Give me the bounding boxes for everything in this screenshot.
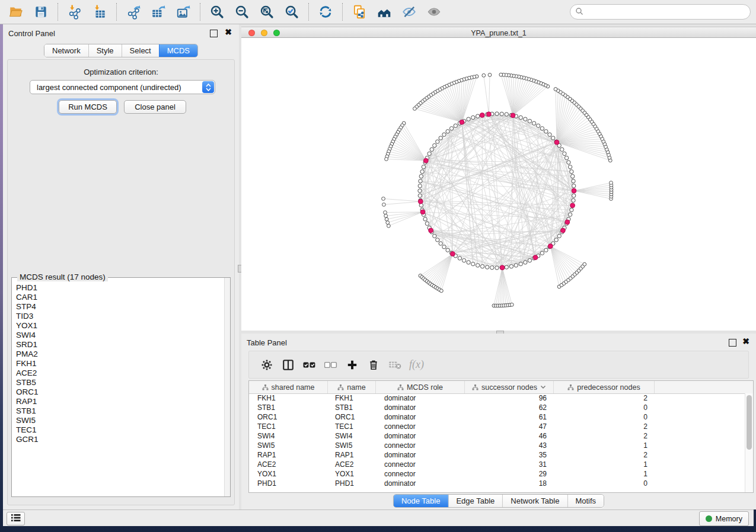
import-network-icon[interactable] xyxy=(64,2,85,21)
cell-mcds_role: dominator xyxy=(376,394,465,402)
zoom-in-icon[interactable] xyxy=(206,2,228,21)
table-scrollbar[interactable] xyxy=(745,393,753,492)
tab-motifs[interactable]: Motifs xyxy=(567,495,604,507)
table-panel-float-icon[interactable] xyxy=(729,339,736,347)
refresh-view-icon[interactable] xyxy=(315,2,336,21)
tab-network[interactable]: Network xyxy=(44,44,88,57)
split-columns-icon[interactable] xyxy=(277,354,299,376)
cell-shared_name: PHD1 xyxy=(249,479,328,488)
control-panel-float-icon[interactable] xyxy=(210,30,218,37)
list-item[interactable]: ORC1 xyxy=(16,387,225,397)
column-header-name[interactable]: name xyxy=(328,381,376,393)
control-panel: Control Panel ✖ NetworkStyleSelectMCDS O… xyxy=(3,24,239,509)
network-graph[interactable] xyxy=(241,38,756,331)
search-input[interactable] xyxy=(570,4,751,20)
cell-shared_name: ORC1 xyxy=(249,413,328,421)
export-table-icon[interactable] xyxy=(148,2,169,21)
tab-network-table[interactable]: Network Table xyxy=(502,495,567,507)
mcds-panel: Optimization criterion: largest connecte… xyxy=(7,59,235,505)
cell-shared_name: YOX1 xyxy=(249,470,328,478)
cell-shared_name: RAP1 xyxy=(249,451,328,459)
list-item[interactable]: STB1 xyxy=(16,406,225,416)
first-neighbors-icon[interactable] xyxy=(374,2,395,21)
cell-successor_nodes: 62 xyxy=(465,403,554,412)
list-item[interactable]: YOX1 xyxy=(16,321,225,331)
list-item[interactable]: TEC1 xyxy=(16,425,225,435)
table-row[interactable]: TEC1TEC1connector472 xyxy=(249,422,745,431)
optimization-criterion-select[interactable]: largest connected component (undirected) xyxy=(30,80,215,94)
cell-name: SWI4 xyxy=(328,432,376,440)
table-scrollbar-thumb[interactable] xyxy=(747,395,752,450)
list-item[interactable]: STP4 xyxy=(16,302,225,312)
table-panel-close-icon[interactable]: ✖ xyxy=(742,336,749,346)
duplicate-network-icon[interactable] xyxy=(349,2,370,21)
column-header-predecessor-nodes[interactable]: predecessor nodes xyxy=(554,381,655,393)
export-image-icon[interactable] xyxy=(173,2,194,21)
control-panel-close-icon[interactable]: ✖ xyxy=(225,27,232,37)
table-mode-gear-icon[interactable] xyxy=(256,354,277,376)
network-window-titlebar[interactable]: YPA_prune.txt_1 xyxy=(241,27,756,38)
cell-shared_name: SWI5 xyxy=(249,441,328,450)
import-table-icon[interactable] xyxy=(89,2,110,21)
mcds-list-scrollbar[interactable] xyxy=(224,278,230,496)
table-row[interactable]: RAP1RAP1dominator352 xyxy=(249,450,745,460)
column-header-shared-name[interactable]: shared name xyxy=(249,381,328,393)
table-row[interactable]: STB1STB1dominator620 xyxy=(249,403,745,412)
show-all-columns-icon[interactable] xyxy=(299,354,320,376)
create-column-icon[interactable] xyxy=(342,354,363,376)
memory-button[interactable]: Memory xyxy=(699,511,749,526)
control-panel-tabs: NetworkStyleSelectMCDS xyxy=(44,44,198,57)
table-row[interactable]: ACE2ACE2connector311 xyxy=(249,460,745,469)
table-row[interactable]: FKH1FKH1dominator962 xyxy=(249,393,745,403)
hide-all-columns-icon[interactable] xyxy=(320,354,342,376)
network-canvas[interactable] xyxy=(241,38,756,331)
run-mcds-button[interactable]: Run MCDS xyxy=(59,100,117,114)
cell-name: ORC1 xyxy=(328,413,376,421)
mcds-result-list: PHD1CAR1STP4TID3YOX1SWI4SRD1PMA2FKH1ACE2… xyxy=(12,280,225,496)
open-file-icon[interactable] xyxy=(5,2,27,21)
list-item[interactable]: PMA2 xyxy=(16,350,225,359)
tab-style[interactable]: Style xyxy=(88,44,122,57)
list-item[interactable]: TID3 xyxy=(16,312,225,321)
zoom-out-icon[interactable] xyxy=(231,2,253,21)
tab-edge-table[interactable]: Edge Table xyxy=(448,495,502,507)
list-item[interactable]: RAP1 xyxy=(16,397,225,406)
zoom-selected-icon[interactable] xyxy=(281,2,302,21)
tab-mcds[interactable]: MCDS xyxy=(159,44,197,57)
close-panel-button[interactable]: Close panel xyxy=(124,100,186,114)
cell-predecessor_nodes: 0 xyxy=(554,479,655,488)
list-item[interactable]: CAR1 xyxy=(16,293,225,302)
list-item[interactable]: SWI4 xyxy=(16,331,225,340)
table-row[interactable]: ORC1ORC1dominator610 xyxy=(249,412,745,422)
table-row[interactable]: SWI4SWI4dominator462 xyxy=(249,431,745,441)
list-item[interactable]: STB5 xyxy=(16,378,225,387)
optimization-criterion-label: Optimization criterion: xyxy=(8,68,234,76)
zoom-fit-icon[interactable] xyxy=(256,2,277,21)
table-row[interactable]: SWI5SWI5connector431 xyxy=(249,441,745,450)
list-item[interactable]: SWI5 xyxy=(16,416,225,425)
table-row[interactable]: YOX1YOX1connector291 xyxy=(249,469,745,479)
hide-selection-icon[interactable] xyxy=(398,2,420,21)
cell-mcds_role: connector xyxy=(376,460,465,469)
cell-predecessor_nodes: 2 xyxy=(554,451,655,459)
table-header-row: shared namenameMCDS rolesuccessor nodesp… xyxy=(249,381,753,394)
toolbar-separator xyxy=(200,3,200,21)
list-item[interactable]: SRD1 xyxy=(16,340,225,350)
tab-select[interactable]: Select xyxy=(122,44,159,57)
tab-node-table[interactable]: Node Table xyxy=(394,495,448,507)
list-item[interactable]: ACE2 xyxy=(16,368,225,378)
list-item[interactable]: GCR1 xyxy=(16,435,225,444)
export-network-icon[interactable] xyxy=(123,2,144,21)
list-item[interactable]: PHD1 xyxy=(16,283,225,293)
cell-successor_nodes: 18 xyxy=(465,479,554,488)
cell-predecessor_nodes: 0 xyxy=(554,403,655,412)
task-history-button[interactable] xyxy=(7,512,25,525)
show-hidden-icon[interactable] xyxy=(423,2,445,21)
column-header-mcds-role[interactable]: MCDS role xyxy=(376,381,465,393)
table-row[interactable]: PHD1PHD1dominator180 xyxy=(249,479,745,488)
save-session-icon[interactable] xyxy=(30,2,52,21)
delete-columns-icon[interactable] xyxy=(363,354,384,376)
column-header-successor-nodes[interactable]: successor nodes xyxy=(465,381,554,393)
list-item[interactable]: FKH1 xyxy=(16,359,225,368)
cell-mcds_role: dominator xyxy=(376,479,465,488)
